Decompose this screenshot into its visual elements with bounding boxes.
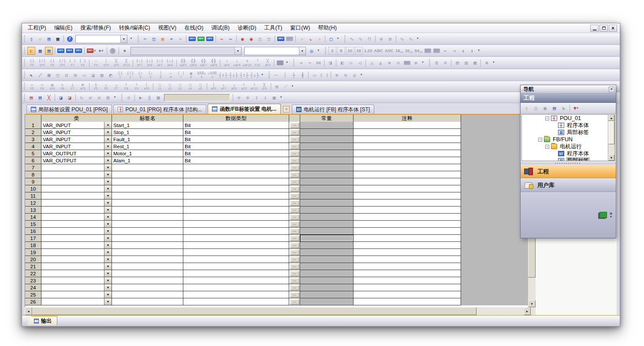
comment-cell[interactable] — [354, 129, 461, 136]
label-name-cell[interactable]: Stop_1 — [112, 129, 183, 136]
row-number[interactable]: 25 — [25, 291, 41, 298]
context-help-icon[interactable]: ? — [109, 47, 117, 55]
tab-4[interactable]: ST电机运行 [FB] 程序本体 [ST] — [292, 105, 374, 114]
grid-icon-8[interactable]: ◩ — [107, 71, 115, 79]
output-window-toggle[interactable]: ▤ — [45, 47, 53, 55]
row-number[interactable]: 13 — [25, 207, 41, 214]
class-cell[interactable]: ▼ — [41, 214, 112, 221]
menu-item[interactable]: 搜索/替换(F) — [76, 23, 115, 33]
label-name-cell[interactable] — [112, 199, 183, 207]
device-display-off-icon[interactable]: DEV — [286, 35, 294, 43]
class-cell[interactable]: ▼ — [41, 256, 112, 263]
find-binoculars-icon[interactable]: ⌖ — [121, 47, 129, 55]
class-cell[interactable]: ▼ — [41, 164, 112, 171]
row-number[interactable]: 23 — [25, 277, 41, 284]
print-icon[interactable]: ▦ — [54, 35, 62, 43]
pulse-nc-icon[interactable]: ╣╠saF6 — [189, 57, 198, 68]
sfc-end-step-icon[interactable]: ⊥F7 — [68, 81, 77, 92]
trace-delete-icon[interactable]: ⊗ — [377, 35, 385, 43]
comment-cell[interactable] — [354, 228, 461, 235]
data-type-browse-button[interactable]: ... — [290, 207, 299, 213]
project-view-button[interactable]: 工程 — [521, 165, 616, 178]
coil-find-icon[interactable]: ◫ — [265, 35, 273, 43]
menu-item[interactable]: 编辑(E) — [50, 23, 77, 33]
copy-data-icon[interactable]: ◫ — [532, 104, 540, 113]
layout-icon-2[interactable]: │ — [281, 71, 289, 79]
menu-item[interactable]: 工程(P) — [24, 23, 50, 33]
import-file-icon[interactable]: ⇄ — [86, 94, 94, 102]
display-format-toolbar-overflow[interactable]: ▾ — [476, 49, 481, 53]
label-edit-toolbar-overflow[interactable]: ▾ — [112, 95, 117, 100]
sfc-edit-icon[interactable]: ⟋ — [282, 83, 290, 90]
class-cell[interactable]: ▼ — [41, 228, 112, 235]
comment-cell[interactable] — [354, 277, 461, 284]
data-type-browse-button[interactable]: ... — [290, 158, 299, 163]
comment-cell[interactable] — [354, 235, 461, 242]
data-type-cell[interactable]: Bit — [183, 150, 289, 157]
row-number[interactable]: 2 — [25, 129, 41, 136]
find-target-combo-arrow[interactable]: ▼ — [299, 47, 305, 55]
data-type-cell[interactable] — [183, 171, 289, 178]
data-type-browse-button[interactable]: ... — [290, 130, 299, 135]
data-type-browse-button[interactable]: ... — [290, 257, 299, 262]
comment-cell[interactable] — [354, 157, 461, 164]
menu-item[interactable]: 窗口(W) — [286, 23, 314, 33]
fbd-layout-toolbar-grip[interactable] — [268, 71, 270, 79]
filter-display-icon[interactable]: ▤ — [104, 94, 112, 102]
comment-cell[interactable] — [354, 164, 461, 171]
constant-cell[interactable] — [300, 214, 354, 221]
edit-icon-10[interactable]: ⊕ — [385, 59, 393, 67]
sampling-trace2-icon[interactable]: ∿ — [407, 35, 415, 43]
edit-icon-13[interactable]: ⊚ — [412, 59, 420, 67]
row-number[interactable]: 21 — [25, 263, 41, 270]
label-name-cell[interactable] — [112, 221, 183, 228]
tab-3[interactable]: 函数/FB标签设置 电机... — [208, 104, 281, 114]
cross-reference-icon[interactable]: ⇗ — [298, 35, 305, 43]
sfc-sel-convergence-icon[interactable]: ┘F8 — [122, 81, 131, 92]
edit-online-toolbar-grip[interactable] — [138, 35, 139, 43]
tree-item[interactable]: ▦局部标签 — [522, 129, 614, 136]
tree-scrollbar[interactable]: ▲ ▼ — [608, 115, 614, 161]
class-dropdown-button[interactable]: ▼ — [104, 171, 112, 178]
column-header-dtype[interactable]: 数据类型 — [183, 115, 289, 122]
data-type-cell[interactable] — [183, 192, 289, 199]
dev-prev-icon[interactable]: ⇤ — [442, 47, 450, 55]
data-type-browse-button[interactable]: ... — [290, 285, 299, 290]
class-dropdown-button[interactable]: ▼ — [104, 277, 112, 284]
data-type-cell[interactable] — [183, 284, 289, 291]
ascii-display-icon[interactable]: ASC — [384, 47, 394, 55]
sfc-delete-icon[interactable]: ╳cF9 — [260, 81, 269, 92]
fbd-contact-icon[interactable]: ┤├1 — [115, 70, 125, 81]
class-dropdown-button[interactable]: ▼ — [104, 143, 112, 150]
invert-result-icon[interactable]: ↑aF5 — [222, 57, 231, 68]
class-cell[interactable]: VAR_INPUT▼ — [41, 122, 112, 129]
data-type-cell[interactable] — [183, 270, 289, 277]
label-name-cell[interactable]: Alam_1 — [112, 157, 183, 164]
open-contact-icon[interactable]: ┤├F5 — [27, 57, 37, 68]
find-target-combo[interactable]: ▼ — [244, 47, 306, 55]
edit-icon-9[interactable]: ◭ — [376, 59, 384, 67]
oct-display-icon[interactable]: 8 — [337, 47, 345, 55]
sfc-vline-icon[interactable]: │sF9 — [142, 81, 151, 92]
class-cell[interactable]: ▼ — [41, 249, 112, 256]
close-button[interactable]: × — [609, 25, 617, 32]
word-32bit-icon[interactable]: 32bit — [405, 47, 413, 55]
comment-cell[interactable] — [354, 242, 461, 249]
class-dropdown-button[interactable]: ▼ — [104, 221, 112, 227]
tab-1[interactable]: 局部标签设置 POU_01 [PRG] — [26, 105, 112, 114]
sfc-toolbar-overflow[interactable]: ▾ — [290, 84, 295, 89]
sfc-row-delete-icon[interactable]: ┌aF8 — [229, 81, 238, 92]
append-row-icon[interactable]: ▤ — [36, 94, 44, 102]
comment-cell[interactable] — [354, 136, 461, 143]
tree-item[interactable]: -╫POU_01 — [522, 115, 614, 122]
data-type-browse-button[interactable]: ... — [290, 179, 299, 184]
data-property-icon[interactable]: ▤ — [550, 104, 558, 113]
grid-icon-1[interactable]: ▦ — [45, 71, 53, 79]
class-cell[interactable]: VAR_OUTPUT▼ — [41, 150, 112, 157]
dev-format1-icon[interactable]: DEV — [424, 47, 432, 55]
label-name-cell[interactable] — [112, 235, 183, 242]
class-dropdown-button[interactable]: ▼ — [104, 291, 112, 298]
user-library-button[interactable]: 用户库 — [521, 178, 616, 192]
constant-cell[interactable] — [300, 270, 354, 277]
dev-prev-page-icon[interactable]: ⇞ — [459, 47, 467, 55]
